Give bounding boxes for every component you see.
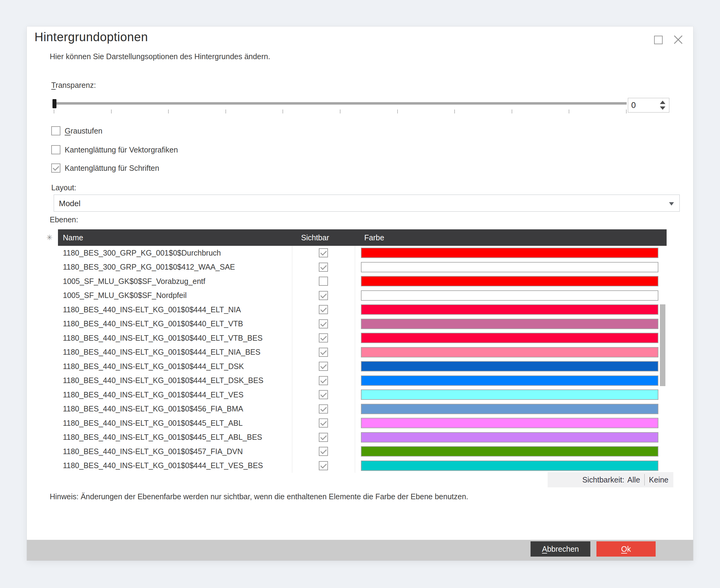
layer-name: 1180_BES_440_INS-ELT_KG_001$0$444_ELT_DS… — [58, 362, 292, 371]
maximize-button[interactable] — [654, 36, 663, 44]
table-row: 1180_BES_440_INS-ELT_KG_001$0$444_ELT_NI… — [58, 345, 666, 360]
cancel-button[interactable]: Abbrechen — [531, 541, 590, 556]
visibility-label: Sichtbarkeit: — [582, 476, 624, 484]
layer-color-swatch[interactable] — [361, 404, 658, 414]
layer-visible-cell — [292, 447, 355, 456]
layer-color-swatch[interactable] — [361, 347, 658, 357]
layer-color-cell — [355, 347, 666, 357]
layer-visible-checkbox[interactable] — [319, 333, 328, 342]
layer-visible-cell — [292, 362, 355, 371]
table-row: 1180_BES_440_INS-ELT_KG_001$0$444_ELT_VE… — [58, 387, 666, 402]
layer-color-swatch[interactable] — [361, 304, 658, 315]
layer-color-swatch[interactable] — [361, 432, 658, 443]
layer-visible-cell — [292, 461, 355, 470]
layer-visible-checkbox[interactable] — [319, 305, 328, 314]
transparency-spinner[interactable]: 0 — [628, 98, 670, 112]
slider-tick — [397, 109, 398, 113]
layer-visible-cell — [292, 333, 355, 342]
layer-color-swatch[interactable] — [361, 375, 658, 386]
spinner-down-icon[interactable] — [660, 106, 665, 110]
table-row: 1180_BES_440_INS-ELT_KG_001$0$445_ELT_AB… — [58, 416, 666, 430]
transparency-slider-thumb[interactable] — [53, 99, 57, 108]
layout-dropdown[interactable]: Model — [54, 194, 680, 212]
layer-visible-checkbox[interactable] — [319, 447, 328, 456]
table-row: 1180_BES_440_INS-ELT_KG_001$0$444_ELT_DS… — [58, 374, 666, 388]
transparency-label: Transparenz: — [51, 81, 96, 90]
layer-visible-checkbox[interactable] — [319, 362, 328, 371]
layer-color-swatch[interactable] — [361, 248, 658, 258]
table-row: 1180_BES_300_GRP_KG_001$0$Durchbruch — [58, 246, 666, 260]
layer-name: 1180_BES_440_INS-ELT_KG_001$0$444_ELT_DS… — [58, 376, 292, 385]
layer-color-swatch[interactable] — [361, 319, 658, 329]
column-divider — [355, 246, 355, 473]
layer-color-swatch[interactable] — [361, 446, 658, 457]
layer-color-cell — [355, 248, 666, 258]
note-text: Hinweis: Änderungen der Ebenenfarbe werd… — [50, 492, 468, 501]
layer-color-swatch[interactable] — [361, 333, 658, 343]
slider-tick — [454, 109, 455, 113]
layer-name: 1180_BES_440_INS-ELT_KG_001$0$457_FIA_DV… — [58, 447, 292, 456]
layer-visible-cell — [292, 305, 355, 314]
transparency-slider[interactable] — [54, 102, 626, 105]
layer-visible-cell — [292, 262, 355, 272]
layer-visible-checkbox[interactable] — [319, 262, 328, 272]
grayscale-label[interactable]: Graustufen — [65, 127, 103, 135]
layer-color-cell — [355, 333, 666, 343]
antialias-text-label[interactable]: Kantenglättung für Schriften — [65, 164, 159, 173]
layer-color-cell — [355, 461, 666, 471]
layer-visible-checkbox[interactable] — [319, 390, 328, 399]
layer-color-swatch[interactable] — [361, 276, 658, 286]
layer-visible-checkbox[interactable] — [319, 376, 328, 385]
close-button[interactable] — [673, 34, 684, 45]
layer-name: 1180_BES_440_INS-ELT_KG_001$0$444_ELT_NI… — [58, 305, 292, 314]
layer-visible-checkbox[interactable] — [319, 404, 328, 414]
layer-visible-cell — [292, 348, 355, 357]
visibility-none-link[interactable]: Keine — [649, 476, 668, 484]
column-header-visible: Sichtbar — [292, 233, 355, 242]
layer-color-cell — [355, 262, 666, 272]
layout-label: Layout: — [51, 183, 76, 192]
table-row: 1180_BES_440_INS-ELT_KG_001$0$444_ELT_NI… — [58, 302, 666, 317]
ok-button[interactable]: Ok — [596, 541, 656, 556]
table-scrollbar-thumb[interactable] — [660, 304, 665, 386]
layer-color-swatch[interactable] — [361, 262, 658, 272]
layer-visible-cell — [292, 376, 355, 385]
layer-color-swatch[interactable] — [361, 290, 658, 301]
layer-color-swatch[interactable] — [361, 390, 658, 400]
slider-tick — [626, 109, 626, 113]
layer-visible-checkbox[interactable] — [319, 319, 328, 329]
layer-color-swatch[interactable] — [361, 461, 658, 471]
table-row: 1180_BES_440_INS-ELT_KG_001$0$444_ELT_DS… — [58, 359, 666, 374]
layers-table-header: Name Sichtbar Farbe — [58, 229, 666, 246]
layer-name: 1180_BES_440_INS-ELT_KG_001$0$440_ELT_VT… — [58, 334, 292, 342]
divider — [644, 474, 645, 485]
grayscale-checkbox[interactable] — [51, 126, 60, 135]
layer-visible-checkbox[interactable] — [319, 277, 328, 286]
layer-visible-checkbox[interactable] — [319, 291, 328, 300]
layer-visible-cell — [292, 319, 355, 329]
spinner-up-icon[interactable] — [660, 101, 665, 104]
layer-visible-cell — [292, 390, 355, 399]
antialias-vector-checkbox[interactable] — [51, 145, 60, 154]
layers-table: Name Sichtbar Farbe 1180_BES_300_GRP_KG_… — [58, 229, 666, 473]
table-row: 1180_BES_440_INS-ELT_KG_001$0$440_ELT_VT… — [58, 317, 666, 331]
layer-name: 1180_BES_300_GRP_KG_001$0$Durchbruch — [58, 249, 292, 257]
visibility-all-link[interactable]: Alle — [627, 476, 640, 484]
layer-visible-checkbox[interactable] — [319, 348, 328, 357]
layer-visible-checkbox[interactable] — [319, 248, 328, 257]
transparency-value[interactable]: 0 — [631, 101, 636, 110]
layer-visible-checkbox[interactable] — [319, 433, 328, 442]
antialias-vector-label[interactable]: Kantenglättung für Vektorgrafiken — [65, 145, 178, 154]
slider-tick — [168, 109, 169, 113]
asterisk-icon — [46, 233, 53, 242]
layer-name: 1005_SF_MLU_GK$0$SF_Nordpfeil — [58, 291, 292, 300]
layer-color-swatch[interactable] — [361, 418, 658, 428]
slider-tick — [225, 109, 226, 113]
layer-visible-checkbox[interactable] — [319, 461, 328, 470]
layer-color-cell — [355, 418, 666, 428]
layer-visible-checkbox[interactable] — [319, 418, 328, 427]
layer-color-swatch[interactable] — [361, 361, 658, 372]
antialias-text-checkbox[interactable] — [51, 164, 60, 173]
slider-tick — [512, 109, 512, 113]
page-background: Hintergrundoptionen Hier können Sie Dars… — [0, 0, 720, 588]
